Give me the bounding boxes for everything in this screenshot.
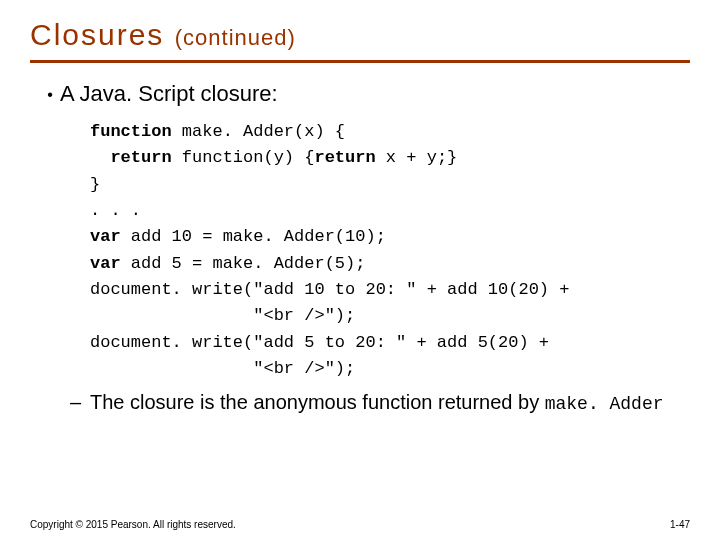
- code-block: function make. Adder(x) { return functio…: [90, 119, 690, 382]
- bullet1-text: A Java. Script closure:: [60, 81, 278, 107]
- bullet-level2: – The closure is the anonymous function …: [70, 390, 690, 416]
- bullet2-mono: make. Adder: [545, 394, 664, 414]
- bullet-dot-icon: •: [40, 81, 60, 109]
- slide-title: Closures (continued): [30, 18, 690, 52]
- code-line: "<br />");: [90, 356, 690, 382]
- code-line: "<br />");: [90, 303, 690, 329]
- code-line: var add 5 = make. Adder(5);: [90, 251, 690, 277]
- code-line: document. write("add 5 to 20: " + add 5(…: [90, 330, 690, 356]
- slide: Closures (continued) • A Java. Script cl…: [0, 0, 720, 540]
- bullet-level1: • A Java. Script closure:: [40, 81, 690, 109]
- footer: Copyright © 2015 Pearson. All rights res…: [30, 519, 690, 530]
- title-rule: [30, 60, 690, 63]
- code-line: document. write("add 10 to 20: " + add 1…: [90, 277, 690, 303]
- code-line: . . .: [90, 198, 690, 224]
- code-line: var add 10 = make. Adder(10);: [90, 224, 690, 250]
- code-line: function make. Adder(x) {: [90, 119, 690, 145]
- bullet-dash-icon: –: [70, 390, 90, 415]
- title-main: Closures: [30, 18, 175, 51]
- title-sub: (continued): [175, 25, 296, 50]
- copyright-text: Copyright © 2015 Pearson. All rights res…: [30, 519, 236, 530]
- bullet2-text: The closure is the anonymous function re…: [90, 390, 664, 416]
- code-line: }: [90, 172, 690, 198]
- page-number: 1-47: [670, 519, 690, 530]
- bullet2-pre: The closure is the anonymous function re…: [90, 391, 545, 413]
- code-line: return function(y) {return x + y;}: [90, 145, 690, 171]
